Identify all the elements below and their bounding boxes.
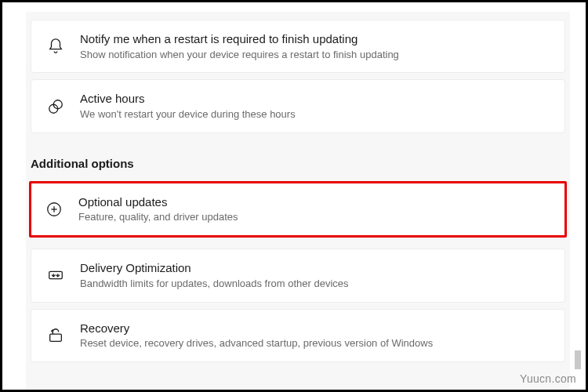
card-subtitle: Show notification when your device requi… — [80, 49, 550, 62]
active-hours-row[interactable]: Active hours We won't restart your devic… — [31, 79, 565, 132]
watermark: Yuucn.com — [520, 372, 576, 385]
card-subtitle: We won't restart your device during thes… — [80, 108, 550, 122]
delivery-optimization-row[interactable]: Delivery Optimization Bandwidth limits f… — [31, 249, 565, 302]
card-title: Recovery — [80, 321, 550, 336]
scrollbar-thumb[interactable] — [575, 350, 581, 369]
card-text: Notify me when a restart is required to … — [80, 31, 550, 61]
delivery-optimization-icon — [45, 267, 66, 284]
card-title: Optional updates — [78, 194, 552, 210]
card-text: Delivery Optimization Bandwidth limits f… — [80, 260, 550, 290]
card-subtitle: Bandwidth limits for updates, downloads … — [80, 278, 550, 291]
svg-rect-5 — [49, 272, 63, 279]
card-title: Delivery Optimization — [80, 260, 550, 276]
svg-rect-8 — [50, 334, 62, 341]
card-text: Recovery Reset device, recovery drives, … — [80, 321, 550, 350]
recovery-row[interactable]: Recovery Reset device, recovery drives, … — [31, 309, 565, 362]
card-subtitle: Reset device, recovery drives, advanced … — [80, 337, 550, 350]
recovery-icon — [45, 327, 66, 344]
card-text: Optional updates Feature, quality, and d… — [78, 194, 552, 224]
settings-page: Notify me when a restart is required to … — [26, 12, 570, 390]
bell-icon — [45, 38, 66, 55]
notify-restart-row[interactable]: Notify me when a restart is required to … — [31, 20, 565, 73]
card-title: Active hours — [80, 91, 550, 107]
optional-updates-row[interactable]: Optional updates Feature, quality, and d… — [29, 181, 567, 238]
card-text: Active hours We won't restart your devic… — [80, 91, 550, 121]
section-header-additional-options: Additional options — [31, 157, 565, 170]
card-title: Notify me when a restart is required to … — [80, 31, 550, 47]
plus-circle-icon — [44, 201, 64, 218]
active-hours-icon — [45, 98, 66, 115]
card-subtitle: Feature, quality, and driver updates — [78, 211, 552, 224]
